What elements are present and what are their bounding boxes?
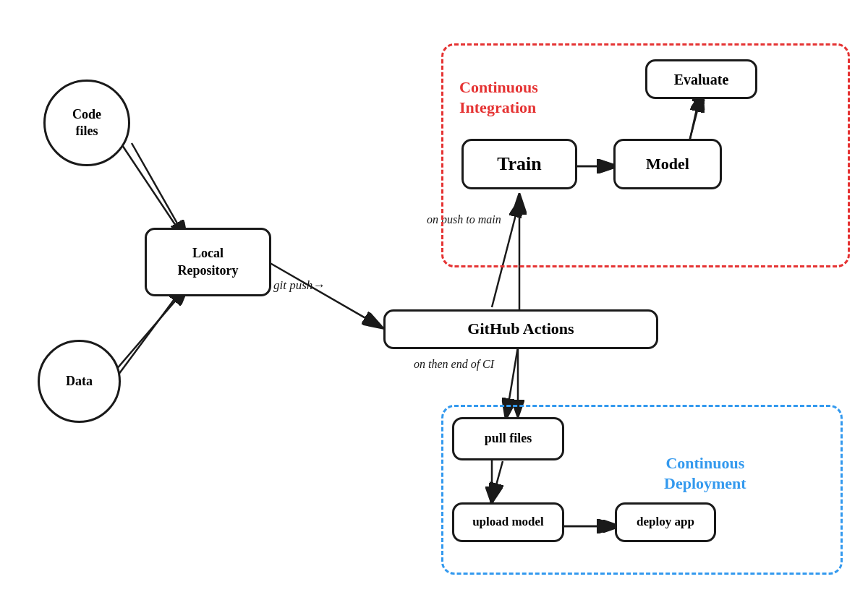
model-node: Model — [613, 139, 722, 189]
diagram: Code files Data Local Repository git pus… — [0, 0, 868, 613]
local-repo-node: Local Repository — [145, 228, 271, 296]
on-end-ci-label: on then end of CI — [414, 358, 494, 371]
code-files-node: Code files — [43, 80, 130, 166]
evaluate-node: Evaluate — [645, 59, 757, 99]
arrow-data-to-repo — [112, 286, 184, 383]
cd-label: Continuous Deployment — [664, 432, 746, 494]
arrow-code-repo — [132, 143, 186, 239]
github-actions-node: GitHub Actions — [383, 309, 658, 349]
data-node: Data — [38, 340, 121, 423]
pull-files-node: pull files — [452, 417, 564, 460]
arrow-codefiles-to-repo — [119, 141, 184, 239]
deploy-app-node: deploy app — [615, 502, 716, 542]
train-node: Train — [461, 139, 577, 189]
arrow-repo-github — [268, 262, 380, 327]
arrow-data-repo — [116, 288, 187, 370]
ci-label: Continuous Integration — [459, 56, 538, 119]
upload-model-node: upload model — [452, 502, 564, 542]
git-push-label: git push→ — [273, 278, 325, 293]
